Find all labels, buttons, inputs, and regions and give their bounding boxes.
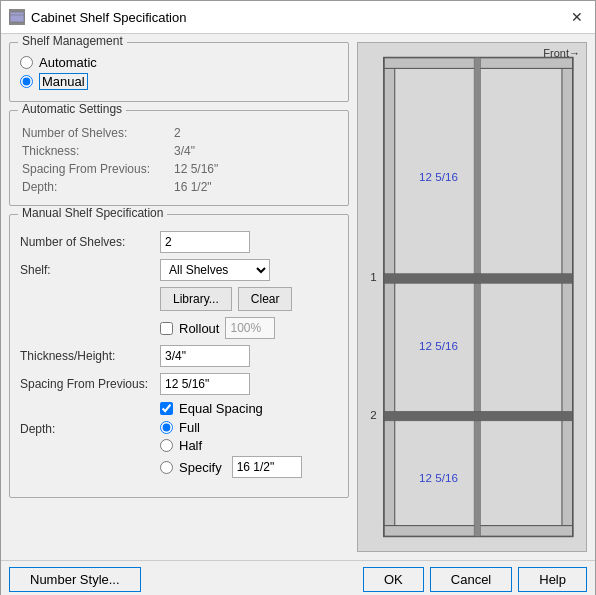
spacing-row: Spacing From Previous: [20, 373, 338, 395]
num-shelves-label: Number of Shelves: [20, 235, 160, 249]
equal-spacing-checkbox[interactable] [160, 402, 173, 415]
table-row: Thickness: 3/4" [22, 143, 336, 159]
dialog-title: Cabinet Shelf Specification [31, 10, 186, 25]
svg-rect-4 [562, 58, 573, 536]
auto-settings-legend: Automatic Settings [18, 102, 126, 116]
table-row: Depth: 16 1/2" [22, 179, 336, 195]
spacing-label: Spacing From Previous: [20, 377, 160, 391]
manual-spec-group: Manual Shelf Specification Number of She… [9, 214, 349, 498]
num-shelves-row: Number of Shelves: [20, 231, 338, 253]
cancel-button[interactable]: Cancel [430, 567, 512, 592]
auto-settings-group: Automatic Settings Number of Shelves: 2 … [9, 110, 349, 206]
rollout-checkbox[interactable] [160, 322, 173, 335]
depth-specify-label[interactable]: Specify [179, 460, 222, 475]
front-label: Front→ [543, 47, 580, 59]
thickness-row: Thickness/Height: [20, 345, 338, 367]
thickness-label: Thickness/Height: [20, 349, 160, 363]
title-icon [9, 9, 25, 25]
rollout-label[interactable]: Rollout [179, 321, 219, 336]
footer: Number Style... OK Cancel Help [1, 560, 595, 595]
automatic-row: Automatic [20, 55, 338, 70]
table-row: Spacing From Previous: 12 5/16" [22, 161, 336, 177]
dim-top-left: 12 5/16 [419, 170, 458, 183]
dim-mid-left: 12 5/16 [419, 339, 458, 352]
shelf-1-number: 1 [370, 270, 376, 283]
manual-radio[interactable] [20, 75, 33, 88]
left-panel: Shelf Management Automatic Manual [9, 42, 349, 552]
num-shelves-input[interactable] [160, 231, 250, 253]
field-label: Spacing From Previous: [22, 161, 172, 177]
field-label: Number of Shelves: [22, 125, 172, 141]
rollout-row: Rollout [160, 317, 338, 339]
shelf-management-group: Shelf Management Automatic Manual [9, 42, 349, 102]
svg-rect-8 [384, 274, 572, 284]
depth-half-label[interactable]: Half [179, 438, 202, 453]
depth-half-row: Half [160, 438, 302, 453]
field-value: 16 1/2" [174, 179, 336, 195]
library-button[interactable]: Library... [160, 287, 232, 311]
field-value: 3/4" [174, 143, 336, 159]
preview-panel: Front→ [357, 42, 587, 552]
ok-button[interactable]: OK [363, 567, 424, 592]
equal-spacing-row: Equal Spacing [160, 401, 338, 416]
shelf-label: Shelf: [20, 263, 160, 277]
manual-spec-legend: Manual Shelf Specification [18, 206, 167, 220]
depth-specify-radio[interactable] [160, 461, 173, 474]
dim-bot-left: 12 5/16 [419, 471, 458, 484]
auto-settings-table: Number of Shelves: 2 Thickness: 3/4" Spa… [20, 123, 338, 197]
depth-half-radio[interactable] [160, 439, 173, 452]
depth-full-label[interactable]: Full [179, 420, 200, 435]
help-button[interactable]: Help [518, 567, 587, 592]
library-clear-row: Library... Clear [160, 287, 338, 311]
table-row: Number of Shelves: 2 [22, 125, 336, 141]
thickness-input[interactable] [160, 345, 250, 367]
manual-row: Manual [20, 74, 338, 89]
field-label: Depth: [22, 179, 172, 195]
svg-rect-3 [384, 58, 395, 536]
title-bar: Cabinet Shelf Specification ✕ [1, 1, 595, 34]
depth-full-radio[interactable] [160, 421, 173, 434]
rollout-input[interactable] [225, 317, 275, 339]
equal-spacing-label[interactable]: Equal Spacing [179, 401, 263, 416]
close-button[interactable]: ✕ [567, 7, 587, 27]
depth-options: Full Half Specify [160, 420, 302, 481]
right-panel: Front→ [357, 42, 587, 552]
field-label: Thickness: [22, 143, 172, 159]
shelf-2-number: 2 [370, 408, 376, 421]
depth-specify-row: Specify [160, 456, 302, 478]
cabinet-svg: 1 2 12 5/16 12 5/16 12 5/16 [358, 43, 586, 551]
shelf-management-legend: Shelf Management [18, 34, 127, 48]
shelf-row: Shelf: All Shelves Shelf 1 Shelf 2 [20, 259, 338, 281]
field-value: 2 [174, 125, 336, 141]
shelf-select[interactable]: All Shelves Shelf 1 Shelf 2 [160, 259, 270, 281]
depth-full-row: Full [160, 420, 302, 435]
svg-rect-7 [474, 58, 480, 536]
svg-rect-0 [10, 12, 24, 22]
field-value: 12 5/16" [174, 161, 336, 177]
depth-row: Depth: Full Half [20, 420, 338, 481]
clear-button[interactable]: Clear [238, 287, 293, 311]
svg-rect-9 [384, 411, 572, 421]
dialog-window: Cabinet Shelf Specification ✕ Shelf Mana… [0, 0, 596, 595]
specify-input[interactable] [232, 456, 302, 478]
automatic-radio[interactable] [20, 56, 33, 69]
spacing-input[interactable] [160, 373, 250, 395]
manual-label[interactable]: Manual [39, 74, 88, 89]
automatic-label[interactable]: Automatic [39, 55, 97, 70]
number-style-button[interactable]: Number Style... [9, 567, 141, 592]
depth-label: Depth: [20, 420, 160, 436]
